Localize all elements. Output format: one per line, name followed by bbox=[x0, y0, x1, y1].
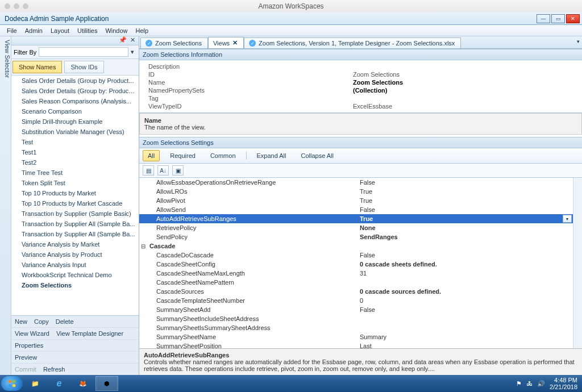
menu-help[interactable]: Help bbox=[132, 26, 152, 35]
tree-item[interactable]: Substitution Variable Manager (Vess) bbox=[11, 127, 139, 137]
task-firefox[interactable]: 🦊 bbox=[72, 376, 94, 391]
prop-key[interactable]: SummarySheetIncludeSheetAddress bbox=[147, 315, 357, 322]
copy-button[interactable]: Copy bbox=[34, 318, 49, 325]
menu-utilities[interactable]: Utilities bbox=[74, 26, 101, 35]
prop-key[interactable]: SummarySheetIsSummarySheetAddress bbox=[147, 324, 357, 331]
tray-flag-icon[interactable]: ⚑ bbox=[516, 380, 522, 387]
tree-item[interactable]: Sales Reason Comparisons (Analysis... bbox=[11, 96, 139, 106]
tree-item[interactable]: Variance Analysis Input bbox=[11, 260, 139, 270]
tree-item[interactable]: Top 10 Products by Market Cascade bbox=[11, 198, 139, 208]
show-names-button[interactable]: Show Names bbox=[13, 61, 62, 73]
new-button[interactable]: New bbox=[15, 318, 27, 325]
view-wizard-button[interactable]: View Wizard bbox=[15, 330, 49, 337]
tree-item[interactable]: Sales Order Details (Group by Product... bbox=[11, 76, 139, 86]
tab-zoom-selections[interactable]: ✓ Zoom Selections bbox=[140, 37, 208, 48]
properties-button[interactable]: Properties bbox=[15, 342, 43, 349]
prop-key[interactable]: SummarySheetAdd bbox=[147, 306, 357, 313]
prop-key[interactable]: CascadeSheetConfig bbox=[147, 261, 357, 268]
close-icon[interactable]: ✕ bbox=[232, 39, 238, 47]
tree-item[interactable]: Test1 bbox=[11, 147, 139, 157]
tree-item[interactable]: Time Tree Test bbox=[11, 168, 139, 178]
tree-item[interactable]: Test bbox=[11, 137, 139, 147]
menu-admin[interactable]: Admin bbox=[22, 26, 46, 35]
tree-item[interactable]: Scenario Comparison bbox=[11, 106, 139, 116]
prop-key[interactable]: SummarySheetName bbox=[147, 333, 357, 340]
task-ie[interactable]: e bbox=[48, 376, 70, 391]
tree-item[interactable]: Transaction by Supplier (Sample Basic) bbox=[11, 208, 139, 219]
info-val[interactable] bbox=[350, 94, 582, 102]
start-button[interactable] bbox=[1, 376, 23, 391]
tree-item[interactable]: Variance Analysis by Market bbox=[11, 239, 139, 249]
chevron-down-icon[interactable]: ▾ bbox=[563, 215, 572, 223]
prop-value[interactable]: True bbox=[357, 188, 582, 195]
tab-views[interactable]: Views ✕ bbox=[208, 37, 244, 48]
tray-volume-icon[interactable]: 🔊 bbox=[537, 380, 545, 387]
system-tray[interactable]: ⚑ 🖧 🔊 4:48 PM 2/21/2018 bbox=[516, 377, 581, 390]
pin-icon[interactable]: 📌 bbox=[119, 36, 127, 45]
prop-key[interactable]: AllowLROs bbox=[147, 188, 357, 195]
views-tree[interactable]: Sales Order Details (Group by Product...… bbox=[11, 76, 139, 315]
prop-value[interactable]: False bbox=[357, 306, 582, 313]
prop-value[interactable]: 0 bbox=[357, 297, 582, 304]
property-grid[interactable]: AllowEssbaseOperationsOnRetrieveRangeFal… bbox=[139, 178, 582, 348]
tray-network-icon[interactable]: 🖧 bbox=[526, 380, 533, 387]
prop-value[interactable]: 0 cascade sheets defined. bbox=[357, 261, 582, 268]
prop-key[interactable]: AllowEssbaseOperationsOnRetrieveRange bbox=[147, 179, 357, 186]
prop-value[interactable]: Summary bbox=[357, 333, 582, 340]
sort-icon[interactable]: A↓ bbox=[157, 165, 169, 176]
prop-value[interactable]: False bbox=[357, 252, 582, 258]
clock[interactable]: 4:48 PM 2/21/2018 bbox=[550, 377, 577, 390]
tree-item[interactable]: WorkbookScript Technical Demo bbox=[11, 270, 139, 280]
prop-value[interactable]: 0 cascade sources defined. bbox=[357, 288, 582, 295]
prop-key[interactable]: CascadeSheetNamePattern bbox=[147, 279, 357, 286]
info-val[interactable]: ExcelEssbase bbox=[350, 102, 582, 110]
refresh-button[interactable]: Refresh bbox=[43, 366, 65, 373]
info-val[interactable] bbox=[350, 62, 582, 70]
window-titlebar[interactable]: Dodeca Admin Sample Application — ▭ ✕ bbox=[0, 12, 582, 25]
prop-key[interactable]: CascadeSheetNameMaxLength bbox=[147, 270, 357, 277]
prop-value[interactable]: 31 bbox=[357, 270, 582, 277]
view-selector-rail[interactable]: View Selector bbox=[0, 36, 11, 375]
info-val[interactable]: Zoom Selections bbox=[350, 70, 582, 78]
tree-item-selected[interactable]: Zoom Selections bbox=[11, 280, 139, 290]
prop-value[interactable]: SendRanges bbox=[357, 233, 582, 240]
tree-item[interactable]: Sales Order Details (Group by: Product..… bbox=[11, 86, 139, 96]
task-explorer[interactable]: 📁 bbox=[24, 376, 47, 391]
tree-item[interactable]: Transaction by Supplier All (Sample Ba..… bbox=[11, 219, 139, 229]
filter-dropdown-icon[interactable]: ▾ bbox=[128, 48, 136, 56]
prop-value[interactable]: False bbox=[357, 179, 582, 186]
tree-item[interactable]: Variance Analysis by Product bbox=[11, 249, 139, 260]
info-val[interactable]: (Collection) bbox=[350, 86, 582, 94]
prop-key[interactable]: AutoAddRetrieveSubRanges bbox=[147, 215, 357, 222]
info-val[interactable]: Zoom Selections bbox=[350, 78, 582, 86]
prop-key[interactable]: AllowPivot bbox=[147, 197, 357, 204]
tabs-dropdown-icon[interactable]: ▾ bbox=[577, 39, 580, 44]
tree-item[interactable]: Simple Drill-through Example bbox=[11, 116, 139, 127]
preview-button[interactable]: Preview bbox=[15, 354, 37, 361]
menu-layout[interactable]: Layout bbox=[47, 26, 73, 35]
filter-required[interactable]: Required bbox=[165, 151, 200, 161]
prop-key[interactable]: CascadeSources bbox=[147, 288, 357, 295]
filter-input[interactable] bbox=[39, 47, 128, 57]
tree-item[interactable]: Top 10 Products by Market bbox=[11, 188, 139, 198]
tree-item[interactable]: Test2 bbox=[11, 157, 139, 168]
scrollbar[interactable] bbox=[573, 178, 582, 348]
filter-all[interactable]: All bbox=[143, 150, 160, 161]
prop-key[interactable]: CascadeTemplateSheetNumber bbox=[147, 297, 357, 304]
panel-close-icon[interactable]: ✕ bbox=[130, 36, 135, 45]
menu-file[interactable]: File bbox=[3, 26, 20, 35]
prop-value[interactable]: None bbox=[357, 224, 582, 231]
close-button[interactable]: ✕ bbox=[566, 14, 580, 23]
expand-all-button[interactable]: Expand All bbox=[252, 151, 291, 161]
prop-key[interactable]: SummarySheetPosition bbox=[147, 343, 357, 348]
prop-key[interactable]: RetrievePolicy bbox=[147, 224, 357, 231]
tree-item[interactable]: Token Split Test bbox=[11, 178, 139, 188]
tree-item[interactable]: Transaction by Supplier All (Sample Ba..… bbox=[11, 229, 139, 239]
categorize-icon[interactable]: ▤ bbox=[143, 165, 154, 176]
prop-key[interactable]: AllowSend bbox=[147, 206, 357, 213]
task-dodeca[interactable]: ⬢ bbox=[95, 376, 118, 391]
maximize-button[interactable]: ▭ bbox=[551, 14, 565, 23]
collapse-icon[interactable]: ⊟ bbox=[139, 243, 147, 249]
filter-common[interactable]: Common bbox=[206, 151, 240, 161]
property-pages-icon[interactable]: ▣ bbox=[172, 165, 184, 176]
